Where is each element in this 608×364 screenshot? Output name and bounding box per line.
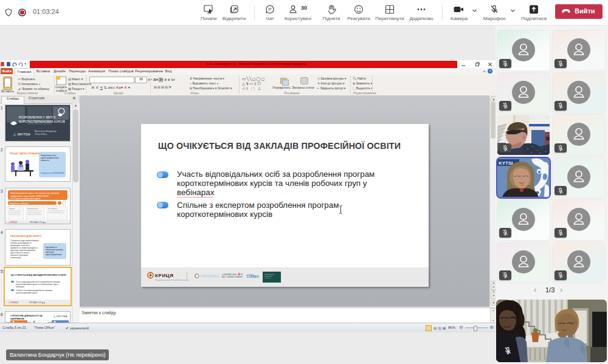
svg-text:компетенцій: компетенцій (10, 256, 21, 259)
svg-text:короткотермінових: короткотермінових (46, 253, 62, 256)
svg-text:КОРОТКОТЕРМІНОВИХ КУРСІВ: КОРОТКОТЕРМІНОВИХ КУРСІВ (19, 120, 65, 123)
svg-text:ЩО ОЧІКУЄТЬСЯ ВІД ЗАКЛАДІВ ПРО: ЩО ОЧІКУЄТЬСЯ ВІД ЗАКЛАДІВ ПРОФЕСІЙНОЇ О… (11, 274, 66, 276)
svg-text:та 4 короткотермінових курс: та 4 короткотермінових курсів (10, 197, 41, 200)
svg-text:навчання: навчання (41, 159, 49, 162)
svg-text:KYTSI: KYTSI (499, 160, 513, 166)
svg-text:Зварник: Зварник (9, 208, 15, 210)
svg-text:⊙ КРИЦЯ: ⊙ КРИЦЯ (9, 221, 17, 224)
svg-text:короткотермінових курсів: короткотермінових курсів (16, 292, 38, 294)
svg-text:PROMAN LUX ◆ ▰: PROMAN LUX ◆ ▰ (29, 301, 46, 304)
svg-text:Валентина Бондарчук: Валентина Бондарчук (35, 130, 57, 132)
svg-text:РЕЗУЛЬТАТИ ДЛЯ ЗП/ПТО: РЕЗУЛЬТАТИ ДЛЯ ЗП/ПТО (10, 235, 41, 238)
svg-text:НАПРЯМОМ: НАПРЯМОМ (10, 318, 24, 320)
svg-text:23.0х.2024 р.: 23.0х.2024 р. (35, 133, 47, 136)
svg-text:Навчання з 300 дня: Навчання з 300 дня (10, 202, 29, 205)
svg-text:РОЗРОБЛЕННЯ У ЗВІТІ 5: РОЗРОБЛЕННЯ У ЗВІТІ 5 (19, 115, 56, 119)
svg-text:Менеджмент: Менеджмент (48, 208, 58, 210)
svg-text:СТРУКТУРА ДІЯЛЬНОСТІ ЗА: СТРУКТУРА ДІЯЛЬНОСТІ ЗА (10, 315, 43, 317)
svg-text:Короткотермінові курси: 10 нав: Короткотермінові курси: 10 навчальних пр… (10, 192, 60, 194)
svg-text:ПРОШУ ЗАРЕЄСТРУВАТИСЯ: ПРОШУ ЗАРЕЄСТРУВАТИСЯ (10, 153, 43, 155)
svg-text:Електромонтер: Електромонтер (27, 208, 39, 210)
svg-text:⊙ КРИЦЯ: ⊙ КРИЦЯ (9, 301, 18, 304)
svg-text:вебінарах: вебінарах (16, 286, 24, 288)
svg-text:⚓ KRYTSIA: ⚓ KRYTSIA (53, 315, 67, 318)
svg-text:⚓ KRYTSIA: ⚓ KRYTSIA (13, 132, 31, 137)
svg-text:професійної підготовки у 2023/: професійної підготовки у 2023/ 2024/2 (10, 195, 49, 197)
svg-text:PROMAN LUX ◆ ▰: PROMAN LUX ◆ ▰ (30, 221, 46, 224)
svg-text:bit.ly/pratsia-me/3434343434: bit.ly/pratsia-me/3434343434 (41, 172, 64, 174)
